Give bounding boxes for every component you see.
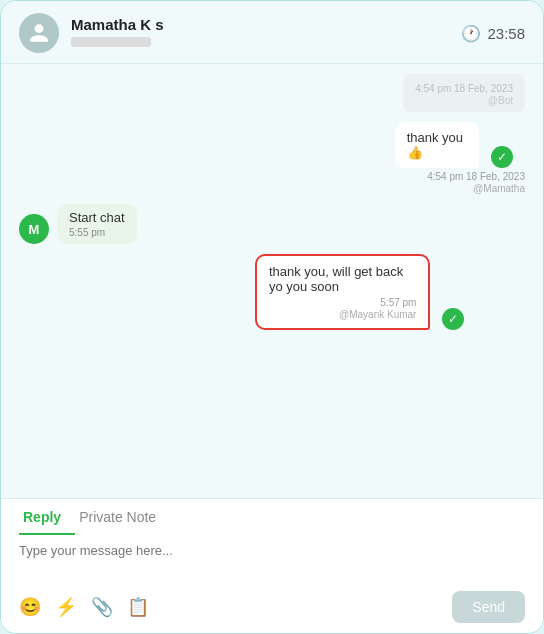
contact-name: Mamatha K s: [71, 16, 164, 33]
message-input-area: [1, 535, 543, 585]
message-text: thank you👍: [407, 130, 468, 160]
delivered-icon: ✓: [442, 308, 464, 330]
clock-icon: 🕐: [461, 24, 481, 43]
message-time: 5:57 pm: [269, 297, 417, 308]
message-text: thank you, will get back yo you soon: [269, 264, 417, 294]
chat-window: Mamatha K s 🕐 23:58 4:54 pm 18 Feb, 2023…: [0, 0, 544, 634]
message-sender: @Mayank Kumar: [269, 309, 417, 320]
time-display: 23:58: [487, 25, 525, 42]
bottom-panel: Reply Private Note 😊 ⚡ 📎 📋 Send: [1, 498, 543, 633]
copy-icon[interactable]: 📋: [127, 596, 149, 618]
message-row: 4:54 pm 18 Feb, 2023 @Bot: [19, 74, 525, 112]
message-row: thank you👍 ✓ 4:54 pm 18 Feb, 2023 @Mamat…: [19, 122, 525, 194]
highlighted-message-bubble: thank you, will get back yo you soon 5:5…: [255, 254, 431, 330]
message-time: 4:54 pm 18 Feb, 2023: [415, 83, 513, 94]
emoji-icon[interactable]: 😊: [19, 596, 41, 618]
toolbar-row: 😊 ⚡ 📎 📋 Send: [1, 585, 543, 633]
reply-tabs: Reply Private Note: [1, 499, 543, 535]
message-row: thank you, will get back yo you soon 5:5…: [19, 254, 525, 330]
contact-phone: [71, 37, 151, 47]
message-row: M Start chat 5:55 pm: [19, 204, 525, 244]
attachment-icon[interactable]: 📎: [91, 596, 113, 618]
sender-avatar: M: [19, 214, 49, 244]
message-sender: @Mamatha: [473, 183, 525, 194]
message-bubble: thank you👍: [395, 122, 480, 168]
message-text: Start chat: [69, 210, 125, 225]
reply-tab[interactable]: Reply: [19, 499, 75, 535]
chat-header: Mamatha K s 🕐 23:58: [1, 1, 543, 64]
faded-bubble: 4:54 pm 18 Feb, 2023 @Bot: [403, 74, 525, 112]
toolbar-icons: 😊 ⚡ 📎 📋: [19, 596, 149, 618]
private-note-tab[interactable]: Private Note: [75, 499, 170, 535]
message-time: 4:54 pm 18 Feb, 2023: [427, 171, 525, 182]
lightning-icon[interactable]: ⚡: [55, 596, 77, 618]
message-time: 5:55 pm: [69, 227, 125, 238]
delivered-icon: ✓: [491, 146, 513, 168]
messages-area[interactable]: 4:54 pm 18 Feb, 2023 @Bot thank you👍 ✓ 4…: [1, 64, 543, 498]
message-input[interactable]: [19, 543, 525, 573]
contact-details: Mamatha K s: [71, 16, 164, 51]
message-sender: @Bot: [415, 95, 513, 106]
contact-avatar: [19, 13, 59, 53]
contact-info-section: Mamatha K s: [19, 13, 164, 53]
send-button[interactable]: Send: [452, 591, 525, 623]
message-bubble: Start chat 5:55 pm: [57, 204, 137, 244]
header-time: 🕐 23:58: [461, 24, 525, 43]
